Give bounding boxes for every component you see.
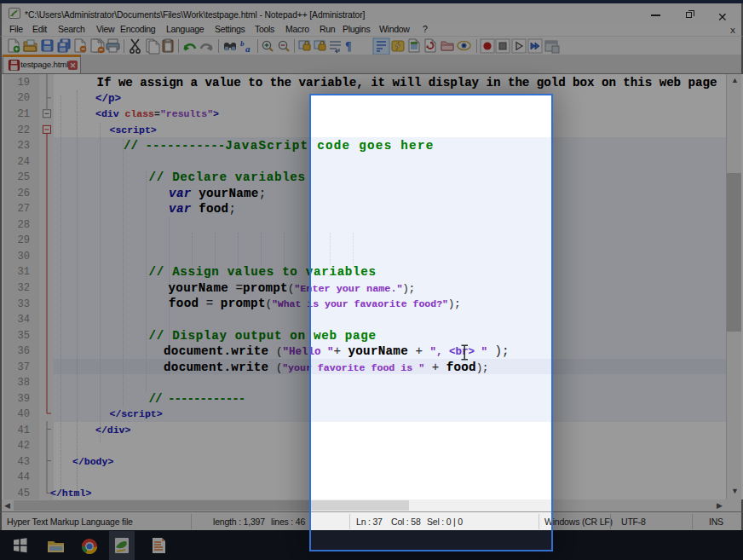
- svg-text:¶: ¶: [345, 40, 352, 53]
- svg-text:a: a: [245, 43, 251, 54]
- svg-text:b: b: [240, 39, 245, 48]
